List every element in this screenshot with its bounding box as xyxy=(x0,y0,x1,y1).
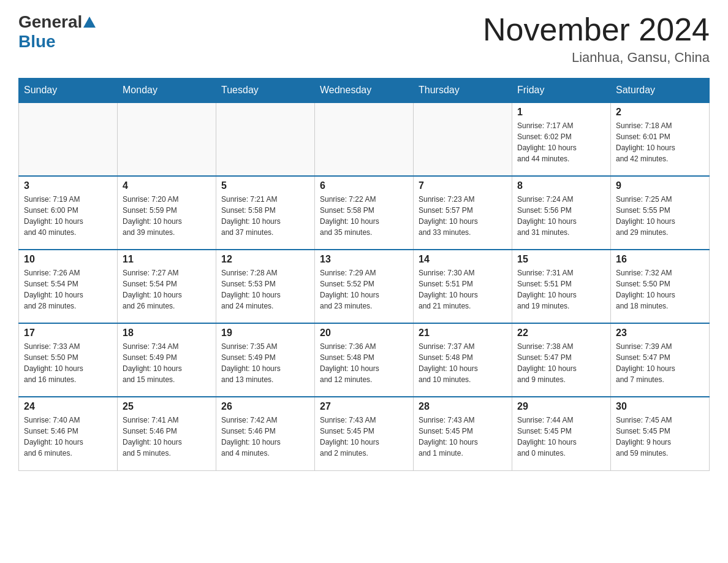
logo-triangle-icon xyxy=(83,17,96,28)
day-info: Sunrise: 7:45 AM Sunset: 5:45 PM Dayligh… xyxy=(616,415,704,459)
day-info: Sunrise: 7:38 AM Sunset: 5:47 PM Dayligh… xyxy=(517,341,605,385)
calendar-header-friday: Friday xyxy=(512,79,611,103)
day-info: Sunrise: 7:24 AM Sunset: 5:56 PM Dayligh… xyxy=(517,194,605,238)
calendar-cell: 22Sunrise: 7:38 AM Sunset: 5:47 PM Dayli… xyxy=(512,323,611,397)
day-number: 6 xyxy=(320,180,408,191)
calendar-cell: 19Sunrise: 7:35 AM Sunset: 5:49 PM Dayli… xyxy=(216,323,315,397)
calendar-cell: 24Sunrise: 7:40 AM Sunset: 5:46 PM Dayli… xyxy=(19,397,118,470)
calendar-week-2: 3Sunrise: 7:19 AM Sunset: 6:00 PM Daylig… xyxy=(19,176,710,250)
day-number: 26 xyxy=(221,401,309,412)
day-number: 15 xyxy=(517,254,605,265)
calendar-cell: 14Sunrise: 7:30 AM Sunset: 5:51 PM Dayli… xyxy=(414,250,512,323)
calendar-cell: 5Sunrise: 7:21 AM Sunset: 5:58 PM Daylig… xyxy=(216,176,315,250)
calendar-header-monday: Monday xyxy=(118,79,216,103)
calendar-cell: 23Sunrise: 7:39 AM Sunset: 5:47 PM Dayli… xyxy=(611,323,710,397)
calendar-header-wednesday: Wednesday xyxy=(315,79,414,103)
day-info: Sunrise: 7:36 AM Sunset: 5:48 PM Dayligh… xyxy=(320,341,408,385)
calendar-table: SundayMondayTuesdayWednesdayThursdayFrid… xyxy=(18,78,710,471)
day-info: Sunrise: 7:43 AM Sunset: 5:45 PM Dayligh… xyxy=(419,415,507,459)
day-info: Sunrise: 7:41 AM Sunset: 5:46 PM Dayligh… xyxy=(123,415,211,459)
day-info: Sunrise: 7:32 AM Sunset: 5:50 PM Dayligh… xyxy=(616,267,704,312)
calendar-cell: 8Sunrise: 7:24 AM Sunset: 5:56 PM Daylig… xyxy=(512,176,611,250)
day-info: Sunrise: 7:30 AM Sunset: 5:51 PM Dayligh… xyxy=(419,267,507,312)
day-info: Sunrise: 7:33 AM Sunset: 5:50 PM Dayligh… xyxy=(24,341,112,385)
calendar-week-4: 17Sunrise: 7:33 AM Sunset: 5:50 PM Dayli… xyxy=(19,323,710,397)
day-info: Sunrise: 7:25 AM Sunset: 5:55 PM Dayligh… xyxy=(616,194,704,238)
calendar-cell: 2Sunrise: 7:18 AM Sunset: 6:01 PM Daylig… xyxy=(611,102,710,176)
day-number: 13 xyxy=(320,254,408,265)
calendar-cell: 13Sunrise: 7:29 AM Sunset: 5:52 PM Dayli… xyxy=(315,250,414,323)
calendar-cell: 29Sunrise: 7:44 AM Sunset: 5:45 PM Dayli… xyxy=(512,397,611,470)
day-info: Sunrise: 7:31 AM Sunset: 5:51 PM Dayligh… xyxy=(517,267,605,312)
day-info: Sunrise: 7:19 AM Sunset: 6:00 PM Dayligh… xyxy=(24,194,112,238)
calendar-cell: 7Sunrise: 7:23 AM Sunset: 5:57 PM Daylig… xyxy=(414,176,512,250)
calendar-week-3: 10Sunrise: 7:26 AM Sunset: 5:54 PM Dayli… xyxy=(19,250,710,323)
day-number: 12 xyxy=(221,254,309,265)
month-title: November 2024 xyxy=(483,12,710,47)
day-info: Sunrise: 7:17 AM Sunset: 6:02 PM Dayligh… xyxy=(517,120,605,164)
day-info: Sunrise: 7:42 AM Sunset: 5:46 PM Dayligh… xyxy=(221,415,309,459)
calendar-cell: 27Sunrise: 7:43 AM Sunset: 5:45 PM Dayli… xyxy=(315,397,414,470)
calendar-cell: 6Sunrise: 7:22 AM Sunset: 5:58 PM Daylig… xyxy=(315,176,414,250)
calendar-cell xyxy=(414,102,512,176)
calendar-cell: 9Sunrise: 7:25 AM Sunset: 5:55 PM Daylig… xyxy=(611,176,710,250)
day-info: Sunrise: 7:43 AM Sunset: 5:45 PM Dayligh… xyxy=(320,415,408,459)
day-number: 8 xyxy=(517,180,605,191)
calendar-cell: 16Sunrise: 7:32 AM Sunset: 5:50 PM Dayli… xyxy=(611,250,710,323)
calendar-week-5: 24Sunrise: 7:40 AM Sunset: 5:46 PM Dayli… xyxy=(19,397,710,470)
logo-blue-text: Blue xyxy=(18,32,56,51)
calendar-header-sunday: Sunday xyxy=(19,79,118,103)
calendar-cell: 15Sunrise: 7:31 AM Sunset: 5:51 PM Dayli… xyxy=(512,250,611,323)
day-number: 11 xyxy=(123,254,211,265)
location-title: Lianhua, Gansu, China xyxy=(483,50,710,66)
day-number: 21 xyxy=(419,327,507,339)
day-info: Sunrise: 7:18 AM Sunset: 6:01 PM Dayligh… xyxy=(616,120,704,164)
day-number: 14 xyxy=(419,254,507,265)
day-info: Sunrise: 7:20 AM Sunset: 5:59 PM Dayligh… xyxy=(123,194,211,238)
day-info: Sunrise: 7:23 AM Sunset: 5:57 PM Dayligh… xyxy=(419,194,507,238)
calendar-cell xyxy=(216,102,315,176)
calendar-cell: 18Sunrise: 7:34 AM Sunset: 5:49 PM Dayli… xyxy=(118,323,216,397)
logo-general-text: General xyxy=(18,12,82,32)
calendar-cell: 4Sunrise: 7:20 AM Sunset: 5:59 PM Daylig… xyxy=(118,176,216,250)
day-info: Sunrise: 7:27 AM Sunset: 5:54 PM Dayligh… xyxy=(123,267,211,312)
day-number: 3 xyxy=(24,180,112,191)
calendar-cell xyxy=(118,102,216,176)
day-number: 9 xyxy=(616,180,704,191)
day-info: Sunrise: 7:21 AM Sunset: 5:58 PM Dayligh… xyxy=(221,194,309,238)
calendar-week-1: 1Sunrise: 7:17 AM Sunset: 6:02 PM Daylig… xyxy=(19,102,710,176)
day-number: 25 xyxy=(123,401,211,412)
calendar-cell: 10Sunrise: 7:26 AM Sunset: 5:54 PM Dayli… xyxy=(19,250,118,323)
day-number: 10 xyxy=(24,254,112,265)
day-number: 28 xyxy=(419,401,507,412)
day-info: Sunrise: 7:44 AM Sunset: 5:45 PM Dayligh… xyxy=(517,415,605,459)
title-section: November 2024 Lianhua, Gansu, China xyxy=(483,12,710,66)
calendar-cell: 20Sunrise: 7:36 AM Sunset: 5:48 PM Dayli… xyxy=(315,323,414,397)
calendar-cell: 28Sunrise: 7:43 AM Sunset: 5:45 PM Dayli… xyxy=(414,397,512,470)
day-number: 5 xyxy=(221,180,309,191)
day-number: 16 xyxy=(616,254,704,265)
day-info: Sunrise: 7:40 AM Sunset: 5:46 PM Dayligh… xyxy=(24,415,112,459)
calendar-cell: 30Sunrise: 7:45 AM Sunset: 5:45 PM Dayli… xyxy=(611,397,710,470)
calendar-cell: 12Sunrise: 7:28 AM Sunset: 5:53 PM Dayli… xyxy=(216,250,315,323)
day-info: Sunrise: 7:35 AM Sunset: 5:49 PM Dayligh… xyxy=(221,341,309,385)
day-number: 17 xyxy=(24,327,112,339)
day-number: 27 xyxy=(320,401,408,412)
day-number: 22 xyxy=(517,327,605,339)
calendar-cell: 11Sunrise: 7:27 AM Sunset: 5:54 PM Dayli… xyxy=(118,250,216,323)
day-info: Sunrise: 7:34 AM Sunset: 5:49 PM Dayligh… xyxy=(123,341,211,385)
calendar-cell xyxy=(315,102,414,176)
day-info: Sunrise: 7:22 AM Sunset: 5:58 PM Dayligh… xyxy=(320,194,408,238)
day-info: Sunrise: 7:28 AM Sunset: 5:53 PM Dayligh… xyxy=(221,267,309,312)
calendar-cell: 25Sunrise: 7:41 AM Sunset: 5:46 PM Dayli… xyxy=(118,397,216,470)
day-number: 30 xyxy=(616,401,704,412)
calendar-header-row: SundayMondayTuesdayWednesdayThursdayFrid… xyxy=(19,79,710,103)
day-number: 24 xyxy=(24,401,112,412)
calendar-cell: 3Sunrise: 7:19 AM Sunset: 6:00 PM Daylig… xyxy=(19,176,118,250)
page-header: General Blue November 2024 Lianhua, Gans… xyxy=(18,12,710,66)
calendar-cell: 17Sunrise: 7:33 AM Sunset: 5:50 PM Dayli… xyxy=(19,323,118,397)
day-number: 2 xyxy=(616,107,704,118)
day-number: 7 xyxy=(419,180,507,191)
day-number: 19 xyxy=(221,327,309,339)
calendar-cell: 26Sunrise: 7:42 AM Sunset: 5:46 PM Dayli… xyxy=(216,397,315,470)
